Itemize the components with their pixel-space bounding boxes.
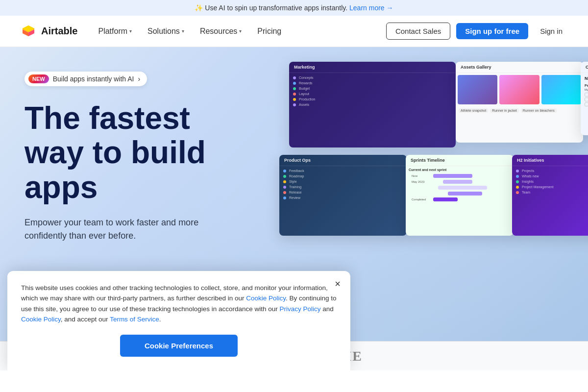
tos-link[interactable]: Terms of Service: [110, 316, 159, 323]
cookie-policy-link-2[interactable]: Cookie Policy: [21, 316, 61, 323]
contact-sales-button[interactable]: Contact Sales: [386, 23, 450, 40]
nav-platform[interactable]: Platform ▾: [92, 23, 138, 40]
cookie-period: .: [159, 316, 161, 323]
sprints-card: Sprints Timeline Current and next sprint…: [406, 155, 514, 236]
cookie-text: This website uses cookies and other trac…: [21, 283, 337, 325]
nav-resources[interactable]: Resources ▾: [194, 23, 247, 40]
gallery-item-3: [541, 75, 581, 104]
cookie-close-button[interactable]: ×: [335, 279, 341, 289]
new-badge[interactable]: NEW Build apps instantly with AI ›: [24, 72, 147, 86]
arrow-icon: ›: [138, 75, 140, 83]
navbar: Airtable Platform ▾ Solutions ▾ Resource…: [0, 16, 588, 47]
logo[interactable]: Airtable: [20, 23, 77, 40]
chevron-down-icon: ▾: [182, 28, 184, 34]
onboarding-card: Onboarding New Hire Checklist Pending Ta…: [581, 62, 588, 135]
banner-text: Use AI to spin up transformative apps in…: [205, 4, 347, 12]
cookie-end: , and accept our: [61, 316, 110, 323]
new-pill: NEW: [28, 74, 49, 83]
sprints-card-header: Sprints Timeline: [406, 155, 514, 166]
nav-links: Platform ▾ Solutions ▾ Resources ▾ Prici…: [92, 23, 386, 40]
assets-card: Assets Gallery Athlete snapshot Runner i…: [456, 62, 583, 143]
nav-actions: Contact Sales Sign up for free Sign in: [386, 23, 568, 40]
cookie-banner: × This website uses cookies and other tr…: [7, 271, 350, 370]
hero-title: The fastest way to build apps: [24, 101, 240, 204]
cookie-and: and: [321, 305, 334, 313]
marketing-card-header: Marketing: [289, 62, 456, 73]
marketing-card-rows: Concepts Rewards Budget Layout Productio…: [289, 73, 456, 109]
marketing-card: Marketing Concepts Rewards Budget Layout…: [289, 62, 456, 147]
hero-content: NEW Build apps instantly with AI › The f…: [24, 72, 240, 260]
chevron-down-icon: ▾: [239, 28, 242, 34]
cookie-policy-link[interactable]: Cookie Policy: [246, 294, 286, 302]
hero-section: NEW Build apps instantly with AI › The f…: [0, 47, 588, 370]
assets-card-header: Assets Gallery: [456, 62, 583, 73]
banner-link[interactable]: Learn more →: [349, 4, 393, 12]
nav-solutions[interactable]: Solutions ▾: [142, 23, 190, 40]
nav-pricing[interactable]: Pricing: [251, 23, 287, 40]
nav-resources-label: Resources: [200, 27, 237, 36]
logo-text: Airtable: [41, 25, 77, 37]
hero-subtitle: Empower your team to work faster and mor…: [24, 216, 240, 243]
gallery-grid: [456, 73, 583, 106]
h2-card: H2 Initiatives Projects Whats new Insigh…: [512, 155, 588, 236]
top-banner: ✨ Use AI to spin up transformative apps …: [0, 0, 588, 16]
cookie-preferences-button[interactable]: Cookie Preferences: [120, 335, 238, 357]
privacy-policy-link[interactable]: Privacy Policy: [280, 305, 321, 313]
badge-text: Build apps instantly with AI: [53, 75, 134, 83]
signup-button[interactable]: Sign up for free: [456, 23, 528, 39]
banner-emoji: ✨: [195, 4, 203, 12]
product-card: Product Ops Feedback Roadmap Style Train…: [279, 155, 407, 236]
onboarding-card-header: Onboarding: [581, 62, 588, 73]
nav-pricing-label: Pricing: [257, 27, 281, 36]
product-card-header: Product Ops: [279, 155, 407, 166]
nav-solutions-label: Solutions: [147, 27, 180, 36]
chevron-down-icon: ▾: [129, 28, 132, 34]
airtable-logo-icon: [20, 23, 37, 40]
h2-card-header: H2 Initiatives: [512, 155, 588, 166]
gallery-item-2: [499, 75, 539, 104]
nav-platform-label: Platform: [98, 27, 127, 36]
signin-button[interactable]: Sign in: [534, 23, 568, 39]
gallery-item-1: [458, 75, 497, 104]
